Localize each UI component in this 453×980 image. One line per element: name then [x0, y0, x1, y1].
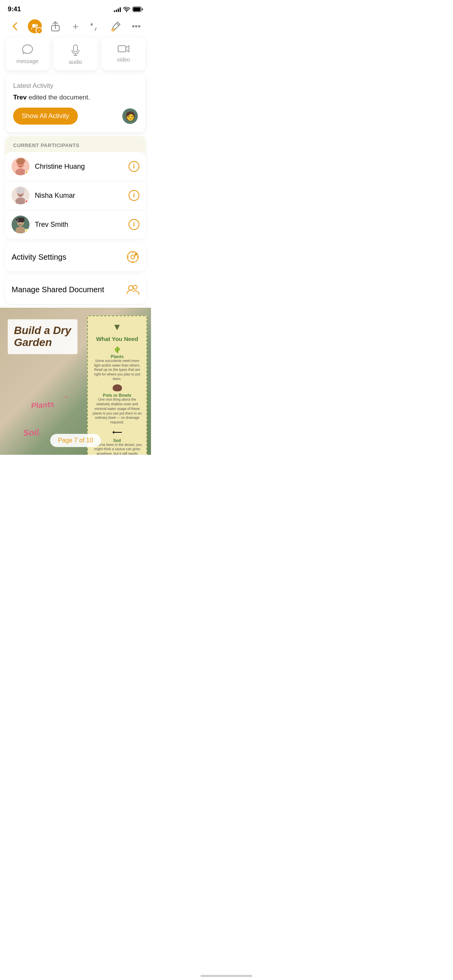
svg-rect-1 — [133, 7, 141, 11]
svg-point-29 — [127, 252, 138, 262]
paint-button[interactable] — [109, 19, 123, 33]
pots-item: Pots or Bowls One nice thing about the r… — [92, 393, 142, 425]
activity-title: Latest Activity — [13, 82, 138, 90]
plants-item: 🌵 Plants Some succulents need more light… — [92, 346, 142, 381]
activity-footer: Show All Activity 🧑 — [13, 108, 138, 125]
comm-buttons-row: message audio video — [5, 37, 146, 70]
audio-button[interactable]: audio — [53, 37, 98, 70]
manage-shared-label: Manage Shared Document — [12, 285, 104, 294]
audio-label: audio — [69, 59, 82, 65]
svg-point-32 — [132, 252, 134, 253]
document-preview: Build a Dry Garden Plants → Soil. ▼ What… — [0, 308, 151, 455]
activity-description: Trev edited the document. — [13, 94, 138, 101]
message-label: message — [17, 58, 39, 64]
participants-header: CURRENT PARTICIPANTS — [5, 136, 146, 152]
svg-point-37 — [133, 285, 137, 289]
pots-item-title: Pots or Bowls — [92, 393, 142, 397]
down-arrow-icon: ▼ — [92, 322, 142, 332]
nisha-avatar — [12, 187, 29, 204]
svg-rect-6 — [118, 46, 126, 52]
activity-user: Trev — [13, 94, 27, 101]
manage-shared-icon — [126, 283, 139, 296]
participant-name: Christine Huang — [35, 163, 129, 171]
participant-info-button[interactable]: i — [129, 219, 139, 230]
participant-info-button[interactable]: i — [129, 190, 139, 201]
toolbar: ✓ + ••• — [0, 16, 151, 37]
svg-point-35 — [137, 257, 138, 258]
pots-item-desc: One nice thing about the relatively shal… — [92, 397, 142, 425]
audio-icon — [70, 44, 81, 56]
share-button[interactable] — [48, 19, 62, 33]
participant-name: Trev Smith — [35, 221, 129, 229]
participant-row[interactable]: Christine Huang i — [5, 152, 146, 181]
more-button[interactable]: ••• — [129, 19, 143, 33]
svg-rect-28 — [15, 221, 18, 221]
show-all-button[interactable]: Show All Activity — [13, 108, 78, 125]
message-button[interactable]: message — [5, 37, 50, 70]
trev-avatar-small: 🧑 — [122, 108, 138, 124]
svg-point-5 — [112, 29, 114, 31]
doc-title-box: Build a Dry Garden — [8, 319, 77, 354]
back-button[interactable] — [8, 19, 22, 33]
video-label: video — [117, 57, 130, 63]
svg-point-33 — [132, 261, 134, 262]
what-you-need-heading: What You Need — [92, 336, 142, 342]
svg-point-2 — [32, 24, 35, 27]
participant-row[interactable]: Nisha Kumar i — [5, 181, 146, 210]
doc-title-line1: Build a Dry — [14, 325, 71, 337]
doc-title-line2: Garden — [14, 337, 71, 349]
doc-preview-bg: Build a Dry Garden Plants → Soil. ▼ What… — [0, 308, 151, 455]
plants-item-desc: Some succulents need more light and/or w… — [92, 359, 142, 381]
trev-avatar — [12, 216, 29, 233]
svg-point-34 — [128, 257, 129, 258]
participant-name: Nisha Kumar — [35, 192, 129, 200]
activity-settings-label: Activity Settings — [12, 253, 66, 262]
activity-card: Latest Activity Trev edited the document… — [5, 74, 146, 132]
undo-button[interactable] — [89, 19, 103, 33]
plants-handwritten: Plants — [31, 399, 55, 410]
soil-handwritten: Soil. — [23, 427, 41, 438]
wifi-icon — [123, 7, 130, 12]
collaboration-button[interactable]: ✓ — [28, 19, 42, 33]
activity-settings-icon — [126, 250, 139, 264]
message-icon — [22, 44, 33, 55]
christine-avatar — [12, 158, 29, 175]
video-button[interactable]: video — [101, 37, 146, 70]
add-button[interactable]: + — [69, 19, 82, 33]
svg-point-36 — [129, 286, 133, 290]
collaboration-popup: message audio video Latest Activity — [5, 37, 146, 304]
status-icons — [114, 7, 143, 12]
status-time: 9:41 — [8, 5, 21, 13]
participant-info-button[interactable]: i — [129, 161, 139, 172]
plants-item-title: Plants — [92, 354, 142, 359]
activity-text: edited the document. — [27, 94, 90, 101]
svg-point-3 — [35, 24, 38, 27]
battery-icon — [132, 7, 143, 12]
status-bar: 9:41 — [0, 0, 151, 16]
activity-settings-card[interactable]: Activity Settings — [5, 243, 146, 271]
manage-shared-card[interactable]: Manage Shared Document — [5, 275, 146, 304]
participants-list: Christine Huang i — [5, 152, 146, 239]
participants-section: CURRENT PARTICIPANTS Chr — [5, 136, 146, 239]
svg-point-19 — [18, 190, 20, 192]
plants-arrow: → — [61, 392, 70, 402]
video-icon — [117, 44, 130, 53]
signal-icon — [114, 7, 121, 12]
page-indicator: Page 7 of 10 — [50, 434, 101, 447]
participant-row[interactable]: Trev Smith i — [5, 210, 146, 239]
